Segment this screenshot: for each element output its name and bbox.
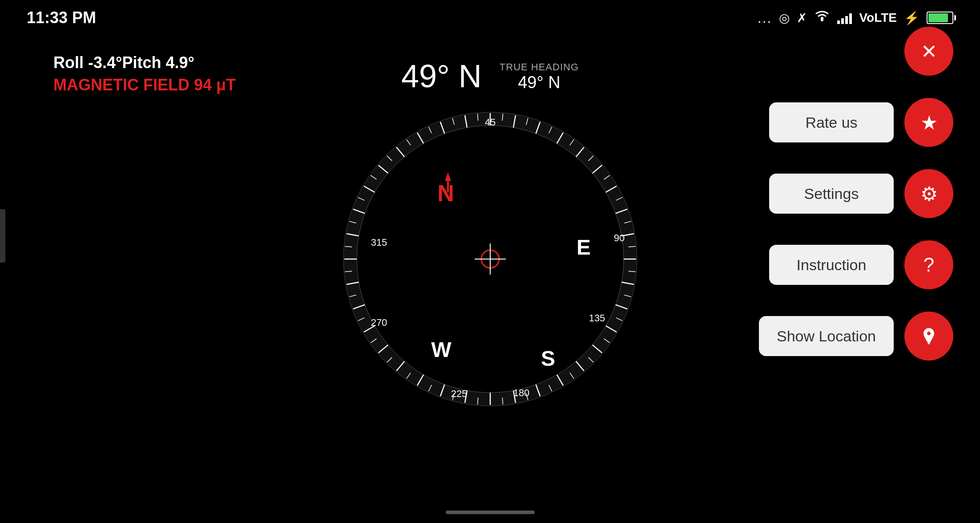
- main-heading: 49° N: [401, 58, 482, 94]
- svg-text:N: N: [437, 180, 454, 206]
- status-time: 11:33 PM: [27, 8, 96, 27]
- svg-text:W: W: [431, 338, 452, 361]
- side-panel: ✕ Rate us ★ Settings ⚙ Instruction ? Sho…: [758, 0, 980, 523]
- close-button[interactable]: ✕: [904, 27, 953, 76]
- instruction-button[interactable]: Instruction: [769, 245, 894, 285]
- close-row: ✕: [904, 27, 953, 76]
- svg-text:135: 135: [589, 312, 605, 324]
- show-location-button[interactable]: Show Location: [759, 316, 894, 356]
- star-button[interactable]: ★: [904, 98, 953, 147]
- true-heading-label: TRUE HEADING: [500, 61, 579, 73]
- heading-info: 49° N TRUE HEADING 49° N: [401, 58, 579, 94]
- svg-text:90: 90: [613, 232, 624, 243]
- gear-button[interactable]: ⚙: [904, 169, 953, 218]
- svg-text:315: 315: [371, 237, 387, 248]
- magnetic-field-display: MAGNETIC FIELD 94 μT: [53, 76, 236, 94]
- volume-button[interactable]: [0, 209, 5, 263]
- true-heading-value: 49° N: [518, 73, 560, 92]
- compass-svg: // Generate ticks via JS after render 45…: [335, 103, 646, 415]
- location-pin-icon: [919, 326, 939, 346]
- svg-text:E: E: [576, 235, 590, 259]
- rate-us-button[interactable]: Rate us: [769, 102, 894, 142]
- compass-dial: // Generate ticks via JS after render 45…: [335, 103, 646, 415]
- instruction-row: Instruction ?: [769, 240, 953, 289]
- show-location-row: Show Location: [759, 312, 953, 361]
- settings-row: Settings ⚙: [769, 169, 953, 218]
- svg-point-91: [928, 342, 930, 345]
- sensor-info: Roll -3.4°Pitch 4.9° MAGNETIC FIELD 94 μ…: [53, 53, 236, 94]
- settings-button[interactable]: Settings: [769, 174, 894, 214]
- home-indicator: [446, 511, 535, 514]
- compass-container: 49° N TRUE HEADING 49° N // Generate tic…: [335, 58, 646, 415]
- help-button[interactable]: ?: [904, 240, 953, 289]
- roll-pitch-display: Roll -3.4°Pitch 4.9°: [53, 53, 236, 72]
- rate-us-row: Rate us ★: [769, 98, 953, 147]
- true-heading: TRUE HEADING 49° N: [500, 58, 579, 92]
- svg-text:S: S: [540, 347, 555, 370]
- location-button[interactable]: [904, 312, 953, 361]
